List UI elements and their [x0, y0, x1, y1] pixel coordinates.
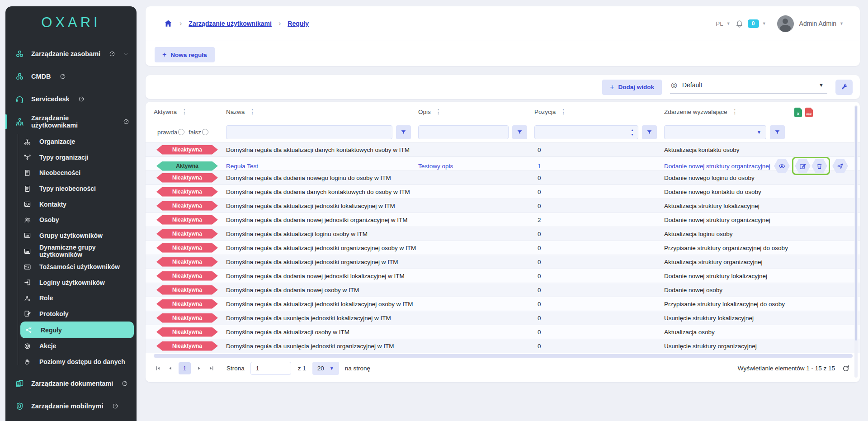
rule-event: Aktualizacja osoby — [664, 329, 792, 336]
number-spinner[interactable]: ▲▼ — [631, 128, 634, 136]
wrench-icon — [840, 83, 848, 91]
current-page-button[interactable]: 1 — [179, 362, 191, 374]
sidebar-item-grupy-uzytkownikow[interactable]: Grupy użytkowników — [5, 228, 137, 244]
sidebar-item-zarzadzanie-uzytkownikami[interactable]: Zarządzanie użytkownikami — [5, 110, 137, 133]
table-row[interactable]: Nieaktywna Domyślna reguła dla dodania n… — [146, 283, 860, 297]
page-number-input[interactable] — [250, 362, 291, 375]
sidebar-item-zarzadzanie-zasobami[interactable]: Zarządzanie zasobami — [5, 43, 137, 65]
radio-false[interactable] — [202, 129, 208, 135]
column-menu-icon[interactable]: ⋮ — [560, 108, 566, 115]
page-size-value: 20 — [317, 365, 324, 372]
prev-page-button[interactable] — [164, 362, 176, 374]
table-row[interactable]: Nieaktywna Domyślna reguła dla dodania d… — [146, 184, 860, 199]
column-header-opis[interactable]: Opis⋮ — [418, 108, 534, 115]
chevron-down-icon[interactable]: ▼ — [726, 21, 731, 26]
breadcrumb-link-rules[interactable]: Reguły — [288, 20, 309, 27]
per-page-label: na stronę — [345, 365, 370, 372]
view-select[interactable]: ◎ Default ▼ — [670, 80, 827, 94]
export-excel-icon[interactable]: X — [794, 108, 802, 117]
first-page-button[interactable] — [152, 362, 164, 374]
column-header-zdarzenie[interactable]: Zdarzenie wyzwalające⋮ — [664, 108, 792, 115]
add-view-button[interactable]: + Dodaj widok — [602, 80, 662, 95]
table-row[interactable]: Nieaktywna Domyślna reguła dla aktualiza… — [146, 199, 860, 213]
sidebar-item-loginy-uzytkownikow[interactable]: Loginy użytkowników — [5, 274, 137, 290]
new-rule-button[interactable]: + Nowa reguła — [155, 47, 215, 62]
table-row[interactable]: Nieaktywna Domyślna reguła dla dodania n… — [146, 170, 860, 184]
sidebar-item-nieobecnosci[interactable]: Nieobecności — [5, 165, 137, 181]
column-header-nazwa[interactable]: Nazwa⋮ — [226, 108, 418, 115]
notification-badge[interactable]: 0 — [748, 19, 759, 28]
bell-icon[interactable] — [735, 19, 744, 28]
filter-input-pozycja[interactable]: ▲▼ — [534, 125, 638, 139]
filter-button-nazwa[interactable] — [396, 125, 411, 139]
sidebar-item-cmdb[interactable]: CMDB — [5, 65, 137, 88]
filter-button-pozycja[interactable] — [642, 125, 657, 139]
breadcrumb-link-users[interactable]: Zarządzanie użytkownikami — [189, 20, 272, 27]
sidebar-item-poziomy-dostepu-do-danych[interactable]: Poziomy dostępu do danych — [5, 354, 137, 370]
rule-name: Domyślna reguła dla usunięcia jednostki … — [226, 343, 418, 350]
vertical-scrollbar[interactable] — [854, 105, 858, 378]
filter-input-zdarzenie[interactable]: ▼ — [664, 125, 766, 139]
table-row[interactable]: Nieaktywna Domyślna reguła dla aktualiza… — [146, 241, 860, 255]
table-row[interactable]: Nieaktywna Domyślna reguła dla aktualiza… — [146, 227, 860, 241]
chevron-down-icon[interactable]: ▼ — [757, 130, 761, 135]
horizontal-scrollbar[interactable] — [154, 354, 853, 358]
sidebar-item-typy-nieobecnosci[interactable]: Typy nieobecności — [5, 181, 137, 197]
document-icon — [24, 185, 31, 193]
page-size-select[interactable]: 20 ▼ — [312, 362, 339, 375]
radio-true[interactable] — [178, 129, 184, 135]
table-row[interactable]: Aktywna Reguła Test Testowy opis 1 Dodan… — [146, 156, 860, 170]
sidebar-item-dynamiczne-grupy-uzytkownikow[interactable]: Dynamiczne grupy użytkowników — [5, 243, 137, 259]
language-selector[interactable]: PL — [716, 20, 723, 27]
sidebar-item-servicedesk[interactable]: Servicedesk — [5, 88, 137, 110]
column-menu-icon[interactable]: ⋮ — [435, 108, 442, 115]
table-row[interactable]: Nieaktywna Domyślna reguła dla usunięcia… — [146, 339, 860, 353]
sidebar-item-kontakty[interactable]: Kontakty — [5, 196, 137, 212]
sidebar-item-organizacje[interactable]: Organizacje — [5, 134, 137, 150]
chevron-down-icon[interactable]: ▼ — [840, 21, 844, 26]
column-menu-icon[interactable]: ⋮ — [181, 108, 188, 115]
sidebar-item-zarzadzanie-mobilnymi[interactable]: Zarządzanie mobilnymi — [5, 395, 137, 417]
gauge-icon — [78, 96, 85, 102]
sidebar-item-osoby[interactable]: Osoby — [5, 212, 137, 228]
refresh-icon[interactable] — [842, 364, 850, 373]
filter-button-zdarzenie[interactable] — [770, 125, 785, 139]
table-row[interactable]: Nieaktywna Domyślna reguła dla aktualiza… — [146, 255, 860, 269]
column-menu-icon[interactable]: ⋮ — [732, 108, 738, 115]
export-pdf-icon[interactable]: PDF — [805, 108, 813, 117]
column-header-aktywna[interactable]: Aktywna⋮ — [154, 108, 226, 115]
sidebar-item-zarzadzanie-dokumentami[interactable]: Zarządzanie dokumentami — [5, 372, 137, 395]
view-settings-button[interactable] — [835, 80, 853, 95]
rule-event: Aktualizacja loginu osoby — [664, 231, 792, 237]
next-page-button[interactable] — [193, 362, 205, 374]
column-menu-icon[interactable]: ⋮ — [249, 108, 255, 115]
avatar[interactable] — [777, 15, 794, 32]
table-row[interactable]: Nieaktywna Domyślna reguła dla dodania n… — [146, 269, 860, 283]
table-row[interactable]: Nieaktywna Domyślna reguła dla dodania n… — [146, 213, 860, 227]
table-row[interactable]: Nieaktywna Domyślna reguła dla aktualiza… — [146, 142, 860, 156]
sidebar-item-reguly[interactable]: Reguły — [20, 322, 134, 338]
sidebar-item-tozsamosci-uzytkownikow[interactable]: Tożsamości użytkowników — [5, 259, 137, 275]
table-row[interactable]: Nieaktywna Domyślna reguła dla usunięcia… — [146, 311, 860, 325]
filter-input-opis[interactable] — [418, 125, 509, 139]
view-button[interactable] — [774, 159, 790, 173]
filter-button-opis[interactable] — [512, 125, 527, 139]
home-icon[interactable] — [164, 19, 173, 28]
send-button[interactable] — [832, 159, 848, 173]
table-row[interactable]: Nieaktywna Domyślna reguła dla aktualiza… — [146, 325, 860, 339]
chevron-down-icon[interactable]: ▼ — [762, 21, 766, 26]
table-row[interactable]: Nieaktywna Domyślna reguła dla aktualiza… — [146, 297, 860, 311]
sidebar-item-protokoly[interactable]: Protokoły — [5, 306, 137, 322]
sidebar-item-ustawienia[interactable]: Ustawienia — [5, 417, 137, 421]
sidebar-item-role[interactable]: Role — [5, 290, 137, 306]
sidebar-item-akcje[interactable]: Akcje — [5, 338, 137, 354]
edit-button[interactable] — [795, 159, 811, 173]
sidebar-item-typy-organizacji[interactable]: Typy organizacji — [5, 150, 137, 166]
column-header-pozycja[interactable]: Pozycja⋮ — [534, 108, 664, 115]
last-page-button[interactable] — [205, 362, 217, 374]
chevron-down-icon[interactable]: ▼ — [819, 82, 824, 88]
filter-input-nazwa[interactable] — [226, 125, 392, 139]
delete-button[interactable] — [811, 159, 827, 173]
sidebar-item-label: Zarządzanie mobilnymi — [31, 402, 104, 410]
user-name[interactable]: Admin Admin — [799, 20, 836, 27]
